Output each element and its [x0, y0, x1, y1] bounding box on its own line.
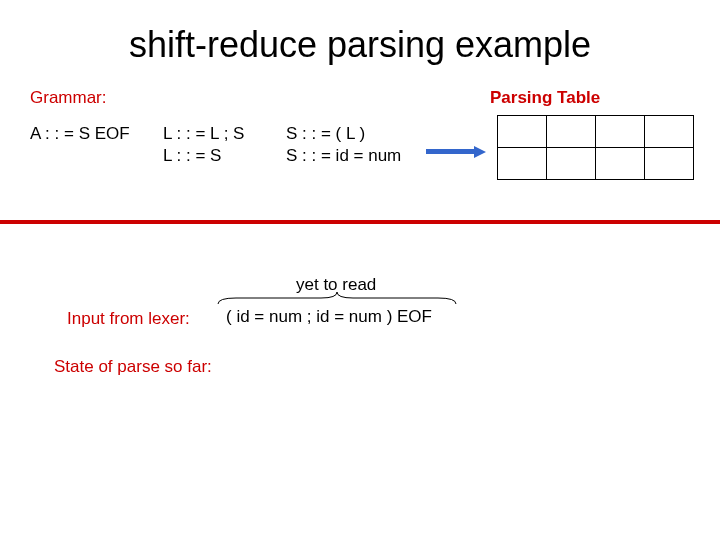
slide-title: shift-reduce parsing example — [0, 0, 720, 66]
grammar-rule-s1: S : : = ( L ) — [286, 124, 365, 144]
input-from-lexer-label: Input from lexer: — [67, 309, 190, 329]
parse-cell — [547, 148, 596, 180]
arrow-icon — [426, 146, 486, 158]
section-divider — [0, 220, 720, 224]
parse-cell — [547, 116, 596, 148]
parsing-table-grid — [497, 115, 694, 180]
parse-cell — [645, 148, 694, 180]
parse-cell — [498, 116, 547, 148]
parse-cell — [596, 148, 645, 180]
parse-cell — [645, 116, 694, 148]
state-of-parse-label: State of parse so far: — [54, 357, 212, 377]
grammar-rule-s2: S : : = id = num — [286, 146, 401, 166]
parse-cell — [498, 148, 547, 180]
grammar-label: Grammar: — [30, 88, 107, 108]
parsing-table-label: Parsing Table — [490, 88, 600, 108]
grammar-rule-l1: L : : = L ; S — [163, 124, 244, 144]
grammar-rule-a: A : : = S EOF — [30, 124, 130, 144]
parse-cell — [596, 116, 645, 148]
grammar-rule-l2: L : : = S — [163, 146, 221, 166]
input-stream-value: ( id = num ; id = num ) EOF — [220, 297, 438, 336]
